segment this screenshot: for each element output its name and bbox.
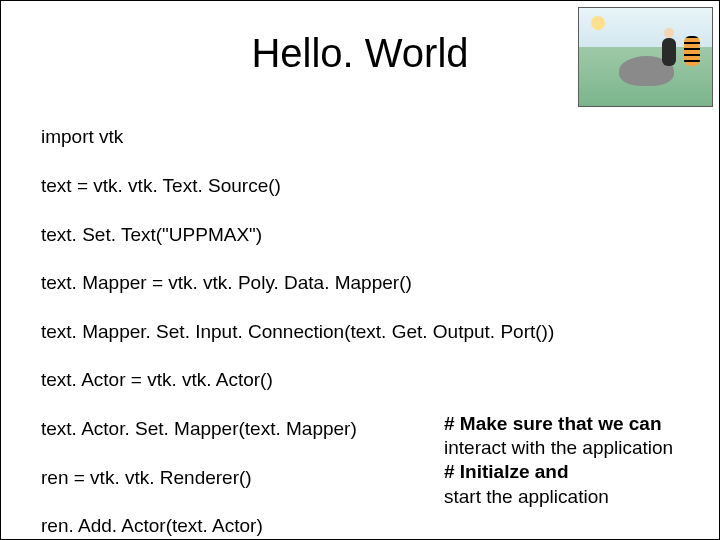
comment-line: interact with the application	[444, 436, 699, 460]
code-line: text. Mapper. Set. Input. Connection(tex…	[41, 320, 679, 344]
slide: Hello. World import vtk text = vtk. vtk.…	[0, 0, 720, 540]
code-line: ren. Add. Actor(text. Actor)	[41, 514, 679, 538]
code-line: text. Actor = vtk. vtk. Actor()	[41, 368, 679, 392]
code-line: import vtk	[41, 125, 679, 149]
comment-block: # Make sure that we can interact with th…	[444, 412, 699, 509]
comment-line: # Initialze and	[444, 460, 699, 484]
comment-line: # Make sure that we can	[444, 412, 699, 436]
comment-line: start the application	[444, 485, 699, 509]
code-line: text. Mapper = vtk. vtk. Poly. Data. Map…	[41, 271, 679, 295]
code-line: text = vtk. vtk. Text. Source()	[41, 174, 679, 198]
code-line: text. Set. Text("UPPMAX")	[41, 223, 679, 247]
hero-image	[578, 7, 713, 107]
